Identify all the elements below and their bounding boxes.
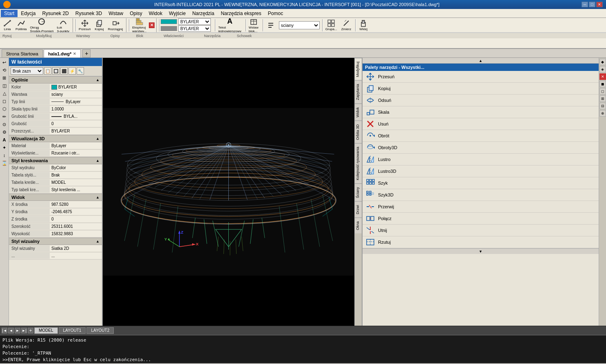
undo-btn[interactable]: ↩ (1, 59, 8, 66)
luk-btn[interactable]: Łuk3-punkty (55, 18, 71, 32)
vtab-widok[interactable]: Widok (355, 104, 362, 121)
zmierz-btn[interactable]: Zmierz (340, 18, 353, 32)
palette-item-szyk[interactable]: Szyk (363, 177, 599, 189)
text-tool-btn[interactable]: A (1, 136, 8, 143)
prop-material-value[interactable]: ByLayer (50, 143, 102, 149)
fr-btn-7[interactable]: ⊕ (599, 110, 606, 117)
prop-warstwa-value[interactable]: sciany (50, 91, 102, 97)
tekst-btn[interactable]: A Tekstjednowierszowy (217, 18, 243, 32)
layout-nav-start[interactable]: |◄ (2, 328, 7, 333)
section-widok-header[interactable]: Widok ▲ (9, 194, 102, 201)
orbit-btn[interactable]: ⬡ (1, 105, 8, 113)
palette-item-odsun[interactable]: Odsuń (363, 95, 599, 106)
fr-btn-3[interactable]: ◼ (599, 81, 606, 87)
menu-item-rysunek3d[interactable]: Rysunek 3D (72, 10, 105, 17)
tab-new-btn[interactable]: + (82, 49, 91, 57)
fr-btn-4[interactable]: ◻ (599, 88, 606, 95)
menu-item-pomoc[interactable]: Pomoc (265, 10, 286, 17)
props-icon-1[interactable]: 📋 (44, 67, 51, 75)
bylayer-line-combo[interactable]: BYLAYER (178, 25, 211, 32)
close-layer-btn[interactable]: ✕ (149, 22, 155, 28)
section-styl-kresk-header[interactable]: Styl kreskowania ▲ (9, 157, 102, 164)
props-icon-2[interactable]: 🔲 (52, 67, 60, 75)
redo-btn[interactable]: ⟲ (1, 66, 8, 74)
prop-styl-wiz-value[interactable]: Siatka 2D (50, 245, 102, 251)
viewport[interactable]: Z Y X (103, 58, 354, 326)
menu-item-narzedzia[interactable]: Narzędzia (189, 10, 217, 17)
palette-item-przesun[interactable]: Przesuń (363, 71, 599, 83)
palette-scroll-down[interactable]: ▼ (363, 248, 599, 254)
minimize-btn[interactable]: ─ (582, 2, 588, 7)
fr-btn-5[interactable]: ⊞ (599, 95, 606, 102)
prop-tab-stylo-value[interactable]: Brak (50, 172, 102, 178)
palette-item-lustro3d[interactable]: Lustro3D (363, 165, 599, 177)
rozciagnij-btn[interactable]: Rozciągnij (106, 18, 124, 32)
prop-szerokosc-value[interactable]: 25311.6001 (50, 223, 102, 229)
palette-item-usun[interactable]: Usuń (363, 118, 599, 130)
fr-btn-1[interactable]: ◆ (599, 59, 606, 65)
prop-przezr-value[interactable]: BYLAYER (50, 128, 102, 134)
przesun-btn[interactable]: Przesuń (77, 18, 92, 32)
palette-item-kopiuj[interactable]: Kopiuj (363, 83, 599, 95)
menu-item-wyjscie[interactable]: Wyjście (166, 10, 189, 17)
prop-y-srodka-value[interactable]: -2046.4875 (50, 209, 102, 215)
star-btn[interactable]: ✦ (1, 144, 8, 151)
prop-wysokosc-value[interactable]: 15832.9883 (50, 231, 102, 237)
palette-item-skala[interactable]: Skala (363, 106, 599, 118)
palette-item-lustro[interactable]: Lustro (363, 154, 599, 165)
props-icon-3[interactable]: ⬛ (60, 67, 68, 75)
layout-tab-model[interactable]: MODEL (34, 327, 58, 334)
pan-btn[interactable]: ◻ (1, 97, 8, 105)
props-icon-5[interactable]: 🔧 (77, 67, 84, 75)
circle-btn[interactable]: ⊙ (1, 121, 8, 128)
vtab-zapytania[interactable]: Zapytania (355, 80, 362, 104)
menu-item-rysunek2d[interactable]: Rysunek 2D (39, 10, 72, 17)
vtab-okna[interactable]: Okna (355, 218, 362, 234)
wklej-btn[interactable]: Wklej (357, 18, 370, 32)
section-wiz3d-header[interactable]: Wizualizacja 3D ▲ (9, 135, 102, 142)
menu-item-start[interactable]: Start (1, 10, 18, 17)
prop-typ-tab-kre-value[interactable]: Styl kreślenia ... (50, 187, 102, 193)
palette-item-obroty3d[interactable]: Obroty3D (363, 142, 599, 154)
prop-kolor-value[interactable]: BYLAYER (50, 84, 102, 90)
grupa-btn[interactable]: Grupa... (324, 18, 339, 32)
layout-nav-prev[interactable]: ◄ (8, 328, 14, 333)
palette-item-przerwij[interactable]: Przerwij (363, 201, 599, 213)
menu-item-edycja[interactable]: Edycja (18, 10, 39, 17)
prop-tab-kresle-value[interactable]: MODEL (50, 179, 102, 185)
wstaw-blok-btn[interactable]: Wstawblok... (247, 18, 260, 32)
close-btn[interactable]: ✕ (596, 2, 603, 7)
vtab-sciany[interactable]: Ściany (355, 183, 362, 201)
layout-tab-layout1[interactable]: LAYOUT1 (59, 327, 86, 334)
prop-styl-wydr-value[interactable]: ByColor (50, 165, 102, 171)
eksploruj-btn[interactable]: Eksplorujwarstwy... (130, 18, 148, 32)
layout-tab-layout2[interactable]: LAYOUT2 (86, 327, 114, 334)
layer-combo[interactable]: sciany (279, 21, 320, 29)
tab-hala1[interactable]: hala1.dwg* ✕ (44, 49, 81, 57)
prop-skala-linii-value[interactable]: 1.0000 (50, 106, 102, 112)
prop-wyswietlanie-value[interactable]: Rzucanie i otr... (50, 150, 102, 156)
menu-item-widok[interactable]: Widok (146, 10, 166, 17)
grid-btn[interactable]: ⊞ (1, 74, 8, 82)
object-selector[interactable]: Brak zazn (11, 67, 43, 75)
palette-item-polacz[interactable]: Połącz (363, 213, 599, 225)
palette-item-obrot[interactable]: Obrót (363, 130, 599, 142)
kopiuj-btn[interactable]: Kopiuj (93, 18, 106, 32)
prop-grub-value[interactable]: 0 (50, 121, 102, 127)
maximize-btn[interactable]: □ (589, 2, 595, 7)
okrag-btn[interactable]: OkrągŚrodek-Promień (29, 18, 55, 32)
tab-hala1-close[interactable]: ✕ (73, 52, 76, 56)
palette-item-szyk3d[interactable]: Szyk3D (363, 189, 599, 201)
prop-x-srodka-value[interactable]: 987.5280 (50, 201, 102, 207)
vtab-modyfikuj[interactable]: Modyfikuj (355, 58, 362, 80)
menu-item-wstaw[interactable]: Wstaw (105, 10, 126, 17)
draw-btn[interactable]: ✏ (1, 113, 8, 120)
timer-btn[interactable]: ⌛ (1, 159, 8, 167)
section-ogolnie-header[interactable]: Ogólnie ▲ (9, 76, 102, 84)
prop-typ-linii-value[interactable]: ByLayer (50, 99, 102, 105)
vtab-kolejnosc[interactable]: Kolejność rysowania (355, 143, 362, 183)
prop-grub-linii-value[interactable]: BYLA... (50, 113, 102, 119)
palette-scroll-up[interactable]: ▲ (363, 58, 599, 64)
tab-startowa[interactable]: Strona Startowa (2, 49, 43, 57)
linia-btn[interactable]: Linia (1, 18, 14, 32)
